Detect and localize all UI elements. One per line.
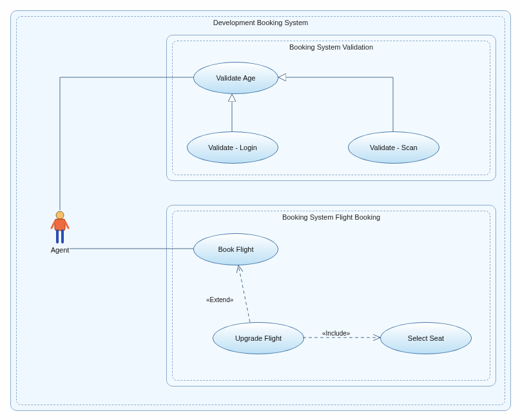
usecase-validate-age: Validate Age — [193, 62, 278, 94]
person-icon — [50, 210, 70, 243]
svg-line-2 — [52, 222, 55, 228]
svg-rect-1 — [55, 219, 65, 231]
actor-agent-label: Agent — [45, 246, 75, 254]
extend-label: «Extend» — [206, 296, 233, 303]
usecase-label: Validate - Scan — [370, 144, 418, 151]
usecase-validate-scan: Validate - Scan — [348, 131, 439, 164]
system-title: Development Booking System — [11, 19, 510, 26]
usecase-label: Select Seat — [408, 334, 444, 342]
usecase-upgrade-flight: Upgrade Flight — [213, 322, 304, 354]
svg-line-3 — [65, 222, 68, 228]
usecase-label: Validate - Login — [208, 144, 257, 151]
usecase-select-seat: Select Seat — [380, 322, 472, 354]
svg-point-0 — [56, 211, 64, 219]
actor-agent — [50, 210, 70, 243]
flight-boundary: Booking System Flight Booking — [166, 205, 496, 387]
usecase-book-flight: Book Flight — [193, 233, 278, 265]
usecase-label: Validate Age — [217, 74, 256, 82]
flight-title: Booking System Flight Booking — [167, 213, 496, 221]
usecase-label: Book Flight — [218, 245, 253, 253]
usecase-label: Upgrade Flight — [235, 334, 282, 342]
validation-title: Booking System Validation — [167, 43, 496, 51]
usecase-validate-login: Validate - Login — [187, 131, 278, 164]
include-label: «Include» — [322, 330, 350, 337]
